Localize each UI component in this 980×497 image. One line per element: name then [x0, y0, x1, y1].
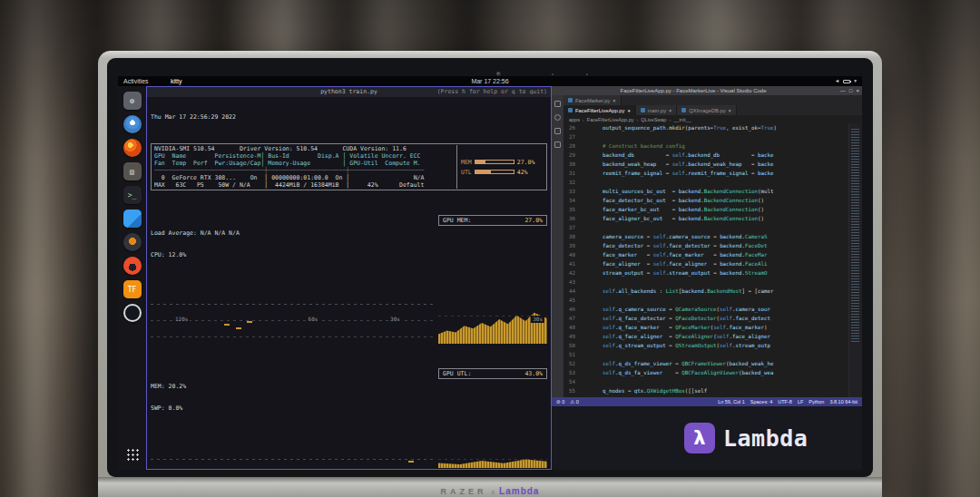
gpu-utl-box: GPU UTL:43.0% [438, 368, 547, 379]
axis-label: 30s [531, 316, 544, 323]
tab-qximagedb-py[interactable]: QXImageDB.py× [677, 105, 737, 115]
status-item[interactable]: Python [808, 399, 824, 404]
gpu-utl-label: GPU UTL: [443, 370, 471, 377]
lambda-logo: λ Lambda [684, 423, 808, 453]
app-grid-icon[interactable] [125, 447, 139, 461]
axis-label: 30s [388, 316, 402, 323]
laptop-deck: RAZERxLambda [98, 477, 882, 497]
gpu-utl-history-graph [438, 450, 547, 468]
status-item[interactable]: ⚠ 0 [570, 399, 579, 404]
terminal-icon[interactable]: >_ [123, 186, 142, 204]
clock[interactable]: Mar 17 22:56 [118, 76, 862, 86]
terminal-titlebar[interactable]: python3 train.py (Press h for help or q … [147, 87, 551, 97]
source-control-icon[interactable] [554, 128, 561, 134]
smi-row: MAX 63C P5 50W / N/A │ 4424MiB / 16384Mi… [154, 181, 456, 189]
window-control[interactable]: × [856, 86, 859, 95]
search-icon[interactable] [554, 114, 561, 121]
tab-row-2: FaceFilterLiveApp.py●main.py×QXImageDB.p… [564, 105, 862, 115]
run-debug-icon[interactable] [554, 141, 561, 148]
breadcrumb-item[interactable]: QLiveSwap [641, 117, 666, 122]
code-line: 33 multi_sources_bc_out = backend.Backen… [564, 187, 848, 196]
code-lines: 26 output_sequence_path.mkdir(parents=Tr… [564, 123, 848, 397]
vscode-icon[interactable] [123, 210, 142, 228]
code-line: 42 stream_output = self.stream_output = … [564, 268, 848, 278]
status-item[interactable]: UTF-8 [778, 399, 792, 404]
system-tray[interactable]: ◄▾ [835, 76, 857, 86]
firefox-icon[interactable] [123, 139, 142, 157]
screen: Activities kitty Mar 17 22:56 ◄▾ ⚙▤>_TF … [118, 76, 862, 470]
code-line: 53 self.q_ds_fa_viewer = QBCFaceAlignVie… [564, 368, 848, 377]
explorer-icon[interactable] [554, 101, 561, 107]
minimap[interactable] [848, 123, 862, 397]
pytorch-icon[interactable] [123, 257, 142, 275]
code-line: 49 self.q_face_aligner = QFaceAligner(se… [564, 332, 848, 341]
status-item[interactable]: 3.8.10 64-bit [829, 399, 858, 404]
code-line: 29 backend_db = self.backend_db = backe [564, 151, 848, 160]
code-line: 43 [564, 278, 848, 287]
code-line: 50 self.q_stream_output = QStreamOutput(… [564, 341, 848, 350]
desktop-wallpaper: λ Lambda [552, 406, 862, 470]
terminal-datetime: Thu Mar 17 22:56:29 2022 [151, 113, 547, 121]
mem-usage: MEM: 20.2% [151, 383, 438, 390]
python-file-icon [681, 108, 686, 112]
gpu-mem-history-graph: 30s [438, 297, 547, 344]
window-control[interactable]: — [840, 86, 846, 95]
code-line: 41 face_aligner = self.face_aligner = ba… [564, 259, 848, 268]
photo-stage: RAZERxLambda Activities kitty Mar 17 22:… [0, 0, 980, 497]
smi-row: 0 GeForce RTX 308... On │ 00000000:01:00… [154, 174, 456, 181]
code-line: 51 [564, 350, 848, 359]
chromium-icon[interactable] [123, 115, 142, 133]
gauge-mem: MEM27.0% [461, 159, 544, 166]
tab-facefilterliveapp-py[interactable]: FaceFilterLiveApp.py● [564, 105, 636, 115]
status-item[interactable]: LF [798, 399, 803, 404]
mic-dot [586, 73, 588, 75]
gpu-mem-value: 27.0% [524, 217, 543, 224]
breadcrumb-item[interactable]: __init__ [673, 117, 691, 122]
vscode-status-bar: ⊘ 0⚠ 0 Ln 59, Col 1Spaces: 4UTF-8LFPytho… [552, 397, 862, 406]
swap-usage: SWP: 0.0% [151, 404, 438, 412]
gnome-topbar: Activities kitty Mar 17 22:56 ◄▾ [118, 76, 862, 86]
smi-row: ───────────────────────────────┼────────… [154, 167, 456, 174]
code-line: 28 # Construct backend config [564, 141, 848, 151]
tab-main-py[interactable]: main.py× [636, 105, 678, 115]
blender-icon[interactable] [123, 233, 142, 251]
window-control[interactable]: □ [849, 86, 853, 95]
breadcrumb: apps›FaceFilterLiveApp.py›QLiveSwap›__in… [564, 115, 862, 123]
tab-facemarker-py[interactable]: FaceMarker.py× [564, 95, 622, 105]
gpu-mem-label: GPU MEM: [443, 217, 471, 224]
status-item[interactable]: Ln 59, Col 1 [718, 399, 745, 404]
status-item[interactable]: Spaces: 4 [750, 399, 772, 404]
code-line: 44 self.all_backends : List[backend.Back… [564, 287, 848, 296]
terminal-window[interactable]: python3 train.py (Press h for help or q … [146, 86, 552, 470]
deck-branding: RAZERxLambda [98, 482, 882, 497]
code-line: 39 face_detector = self.face_detector = … [564, 241, 848, 250]
code-line: 54 [564, 377, 848, 386]
vscode-titlebar[interactable]: FaceFilterLiveApp.py - FaceMarkerLive - … [552, 86, 862, 95]
mic-dot [552, 73, 554, 75]
code-line: 46 self.q_camera_source = QCameraSource(… [564, 305, 848, 314]
tensorflow-icon[interactable]: TF [123, 280, 142, 298]
breadcrumb-item[interactable]: apps [569, 117, 580, 122]
obs-icon[interactable] [123, 304, 142, 322]
vscode-window: FaceFilterLiveApp.py - FaceMarkerLive - … [552, 86, 862, 406]
volume-icon: ◄ [835, 76, 839, 86]
status-item[interactable]: ⊘ 0 [556, 399, 564, 404]
load-average: Load Average: N/A N/A N/A [151, 229, 438, 237]
breadcrumb-item[interactable]: FaceFilterLiveApp.py [587, 117, 634, 122]
files-icon[interactable]: ▤ [123, 162, 142, 180]
settings-icon[interactable]: ⚙ [123, 92, 142, 110]
terminal-body[interactable]: Thu Mar 17 22:56:29 2022 NVIDIA-SMI 510.… [147, 97, 551, 469]
dock: ⚙▤>_TF [118, 86, 146, 470]
status-left: ⊘ 0⚠ 0 [556, 399, 579, 404]
razer-logo-text: RAZER [441, 487, 487, 496]
code-line: 48 self.q_face_marker = QFaceMarker(self… [564, 323, 848, 332]
code-line: 26 output_sequence_path.mkdir(parents=Tr… [564, 123, 848, 132]
smi-gauges: MEM27.0%UTL42% [456, 145, 544, 189]
chevron-down-icon: ▾ [854, 76, 857, 86]
python-file-icon [568, 108, 573, 112]
code-line: 38 camera_source = self.camera_source = … [564, 232, 848, 241]
gpu-mem-box: GPU MEM:27.0% [438, 215, 547, 226]
nvidia-smi-panel: NVIDIA-SMI 510.54 Driver Version: 510.54… [151, 143, 547, 190]
gauge-utl: UTL42% [461, 169, 544, 176]
code-editor[interactable]: 26 output_sequence_path.mkdir(parents=Tr… [564, 123, 862, 397]
